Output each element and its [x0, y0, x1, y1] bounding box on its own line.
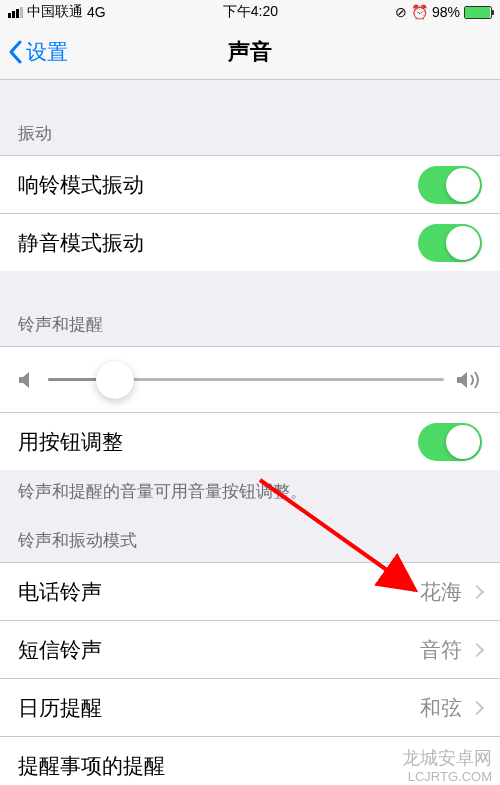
status-right: ⊘ ⏰ 98%: [395, 4, 492, 20]
cell-text-tone[interactable]: 短信铃声 音符: [0, 620, 500, 678]
ringer-volume-slider[interactable]: [48, 378, 444, 381]
page-title: 声音: [228, 37, 272, 67]
watermark-line1: 龙城安卓网: [402, 748, 492, 770]
cell-button-adjust: 用按钮调整: [0, 412, 500, 470]
status-left: 中国联通 4G: [8, 3, 106, 21]
watermark-line2: LCJRTG.COM: [402, 769, 492, 785]
cell-label: 日历提醒: [18, 694, 102, 722]
alarm-icon: ⏰: [411, 4, 428, 20]
status-bar: 中国联通 4G 下午4:20 ⊘ ⏰ 98%: [0, 0, 500, 24]
cell-value: 音符: [420, 636, 462, 664]
chevron-right-icon: [470, 700, 484, 714]
cell-vibrate-on-ring: 响铃模式振动: [0, 155, 500, 213]
section-header-ringer: 铃声和提醒: [0, 271, 500, 346]
watermark: 龙城安卓网 LCJRTG.COM: [402, 748, 492, 785]
speaker-high-icon: [456, 369, 482, 391]
battery-pct: 98%: [432, 4, 460, 20]
cell-label: 响铃模式振动: [18, 171, 144, 199]
cell-value: 花海: [420, 578, 462, 606]
carrier-label: 中国联通: [27, 3, 83, 21]
cell-ringtone[interactable]: 电话铃声 花海: [0, 562, 500, 620]
section-header-vibrate: 振动: [0, 80, 500, 155]
nav-bar: 设置 声音: [0, 24, 500, 80]
network-label: 4G: [87, 4, 106, 20]
signal-icon: [8, 7, 23, 18]
back-label: 设置: [26, 38, 68, 66]
speaker-low-icon: [18, 370, 36, 390]
ringer-footer: 铃声和提醒的音量可用音量按钮调整。: [0, 470, 500, 511]
status-time: 下午4:20: [223, 3, 278, 21]
back-button[interactable]: 设置: [0, 38, 68, 66]
cell-label: 静音模式振动: [18, 229, 144, 257]
chevron-left-icon: [8, 40, 22, 64]
chevron-right-icon: [470, 642, 484, 656]
cell-value: 和弦: [420, 694, 462, 722]
vibrate-on-silent-switch[interactable]: [418, 224, 482, 262]
button-adjust-switch[interactable]: [418, 423, 482, 461]
battery-icon: [464, 6, 492, 19]
ringer-volume-cell: [0, 346, 500, 412]
vibrate-on-ring-switch[interactable]: [418, 166, 482, 204]
cell-label: 用按钮调整: [18, 428, 123, 456]
slider-thumb[interactable]: [96, 361, 134, 399]
cell-calendar-alert[interactable]: 日历提醒 和弦: [0, 678, 500, 736]
cell-label: 短信铃声: [18, 636, 102, 664]
section-header-patterns: 铃声和振动模式: [0, 511, 500, 562]
chevron-right-icon: [470, 584, 484, 598]
orientation-lock-icon: ⊘: [395, 4, 407, 20]
cell-label: 电话铃声: [18, 578, 102, 606]
cell-vibrate-on-silent: 静音模式振动: [0, 213, 500, 271]
cell-label: 提醒事项的提醒: [18, 752, 165, 780]
